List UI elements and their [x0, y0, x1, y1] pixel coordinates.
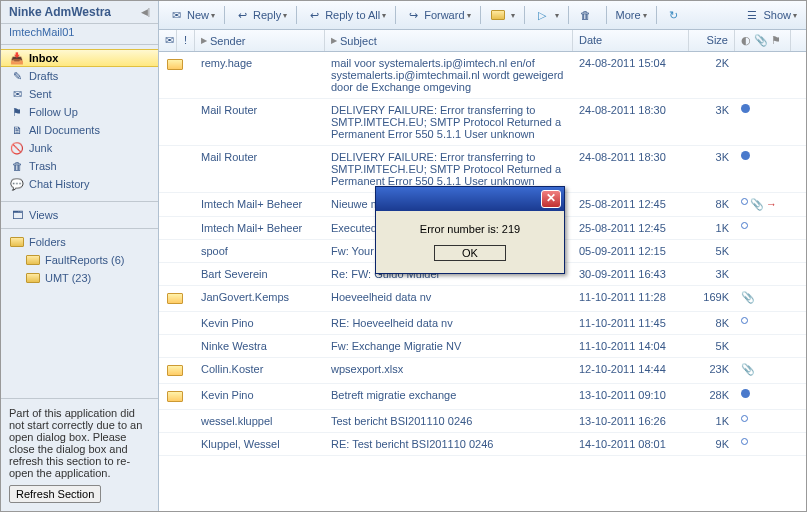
refresh-button[interactable]: ↻ — [661, 4, 690, 26]
subject-cell: RE: Test bericht BSI201110 0246 — [325, 437, 573, 451]
envelope-cell — [159, 267, 177, 281]
sidebar-item-drafts[interactable]: ✎Drafts — [1, 67, 158, 85]
size-cell: 3K — [689, 103, 735, 141]
flags-cell — [735, 437, 791, 451]
dialog-titlebar[interactable]: ✕ — [376, 187, 564, 211]
subject-cell: mail voor systemalerts.ip@imtech.nl en/o… — [325, 56, 573, 94]
sidebar-item-follow-up[interactable]: ⚑Follow Up — [1, 103, 158, 121]
folder-item-label: Chat History — [29, 178, 90, 190]
attachment-icon: 📎 — [741, 291, 755, 304]
reply-button[interactable]: ↩Reply▾ — [229, 4, 292, 26]
subfolder-item[interactable]: UMT (23) — [1, 269, 158, 287]
important-cell — [177, 244, 195, 258]
mail-row[interactable]: Kluppel, WesselRE: Test bericht BSI20111… — [159, 433, 806, 456]
sender-cell: Imtech Mail+ Beheer — [195, 221, 325, 235]
folder-item-icon: 🗑 — [9, 159, 25, 173]
sidebar-item-chat-history[interactable]: 💬Chat History — [1, 175, 158, 193]
status-circle-icon — [741, 415, 748, 422]
status-circle-icon — [741, 438, 748, 445]
subject-cell: Test bericht BSI201110 0246 — [325, 414, 573, 428]
mail-row[interactable]: Kevin PinoRE: Hoeveelheid data nv11-10-2… — [159, 312, 806, 335]
flag-button[interactable]: ▷▾ — [529, 4, 564, 26]
folder-item-icon: 📥 — [9, 51, 25, 65]
sidebar-item-all-documents[interactable]: 🗎All Documents — [1, 121, 158, 139]
mail-row[interactable]: remy.hagemail voor systemalerts.ip@imtec… — [159, 52, 806, 99]
more-button[interactable]: More▾ — [611, 6, 652, 24]
show-icon: ☰ — [744, 7, 760, 23]
folder-item-label: Follow Up — [29, 106, 78, 118]
mail-row[interactable]: wessel.kluppelTest bericht BSI201110 024… — [159, 410, 806, 433]
mail-row[interactable]: Mail RouterDELIVERY FAILURE: Error trans… — [159, 99, 806, 146]
close-icon[interactable]: ✕ — [541, 190, 561, 208]
sidebar-item-trash[interactable]: 🗑Trash — [1, 157, 158, 175]
flags-cell: 📎→ — [735, 197, 791, 212]
important-cell — [177, 103, 195, 141]
refresh-section-button[interactable]: Refresh Section — [9, 485, 101, 503]
delete-button[interactable]: 🗑 — [573, 4, 602, 26]
reply-all-button[interactable]: ↩Reply to All▾ — [301, 4, 391, 26]
important-cell — [177, 197, 195, 212]
status-circle-icon — [741, 317, 748, 324]
status-dot-icon — [741, 104, 750, 113]
date-cell: 05-09-2011 12:15 — [573, 244, 689, 258]
sender-cell: wessel.kluppel — [195, 414, 325, 428]
sender-cell: Bart Severein — [195, 267, 325, 281]
date-cell: 13-10-2011 16:26 — [573, 414, 689, 428]
sender-cell: Kevin Pino — [195, 316, 325, 330]
col-important[interactable]: ! — [177, 30, 195, 51]
sidebar-item-inbox[interactable]: 📥Inbox — [1, 49, 158, 67]
collapse-sidebar-icon[interactable]: ◀| — [141, 7, 150, 17]
important-cell — [177, 362, 195, 379]
sidebar-item-junk[interactable]: 🚫Junk — [1, 139, 158, 157]
envelope-cell — [159, 56, 177, 94]
folder-button[interactable]: ▾ — [485, 4, 520, 26]
dropdown-icon: ▾ — [382, 11, 386, 20]
ok-button[interactable]: OK — [434, 245, 506, 261]
sender-cell: Mail Router — [195, 103, 325, 141]
folder-item-label: Trash — [29, 160, 57, 172]
size-cell: 169K — [689, 290, 735, 307]
folder-item-label: Inbox — [29, 52, 58, 64]
folder-icon — [25, 271, 41, 285]
sidebar-item-sent[interactable]: ✉Sent — [1, 85, 158, 103]
important-cell — [177, 290, 195, 307]
mail-row[interactable]: JanGovert.KempsHoeveelheid data nv11-10-… — [159, 286, 806, 312]
col-envelope[interactable]: ✉ — [159, 30, 177, 51]
folders-item[interactable]: Folders — [1, 233, 158, 251]
col-date[interactable]: Date — [573, 30, 689, 51]
col-flags[interactable]: ◐ 📎 ⚑ — [735, 30, 791, 51]
important-cell — [177, 267, 195, 281]
mail-row[interactable]: Collin.Kosterwpsexport.xlsx12-10-2011 14… — [159, 358, 806, 384]
views-item[interactable]: 🗔 Views — [1, 206, 158, 224]
flags-cell — [735, 150, 791, 188]
size-cell: 5K — [689, 244, 735, 258]
envelope-cell — [159, 414, 177, 428]
dropdown-icon: ▾ — [643, 11, 647, 20]
forward-button[interactable]: ↪Forward▾ — [400, 4, 475, 26]
new-button[interactable]: ✉New▾ — [163, 4, 220, 26]
error-panel: Part of this application did not start c… — [1, 398, 158, 511]
col-size[interactable]: Size — [689, 30, 735, 51]
subfolder-item[interactable]: FaultReports (6) — [1, 251, 158, 269]
envelope-cell — [159, 244, 177, 258]
col-sender[interactable]: ▶Sender — [195, 30, 325, 51]
date-cell: 24-08-2011 18:30 — [573, 150, 689, 188]
subject-cell: RE: Hoeveelheid data nv — [325, 316, 573, 330]
envelope-cell — [159, 150, 177, 188]
size-cell: 3K — [689, 150, 735, 188]
show-button[interactable]: ☰Show▾ — [739, 4, 802, 26]
status-circle-icon — [741, 222, 748, 229]
forward-icon: ↪ — [405, 7, 421, 23]
mail-row[interactable]: Ninke WestraFw: Exchange Migratie NV11-1… — [159, 335, 806, 358]
size-cell: 9K — [689, 437, 735, 451]
flags-cell: 📎 — [735, 362, 791, 379]
envelope-cell — [159, 290, 177, 307]
date-cell: 24-08-2011 15:04 — [573, 56, 689, 94]
important-cell — [177, 388, 195, 405]
separator — [524, 6, 525, 24]
separator — [568, 6, 569, 24]
important-cell — [177, 221, 195, 235]
col-subject[interactable]: ▶Subject — [325, 30, 573, 51]
mail-row[interactable]: Kevin PinoBetreft migratie exchange13-10… — [159, 384, 806, 410]
folder-icon — [25, 253, 41, 267]
